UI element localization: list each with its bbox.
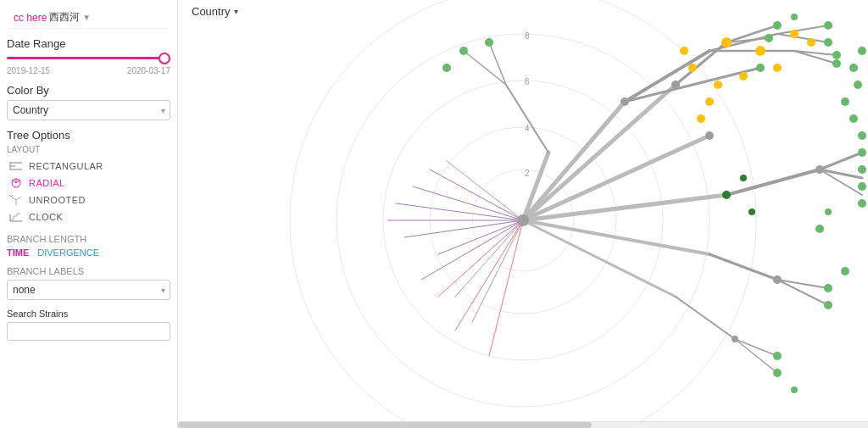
- svg-point-113: [680, 47, 688, 55]
- svg-line-56: [404, 220, 523, 237]
- tree-nodes-gray: [517, 81, 824, 342]
- layout-clock[interactable]: CLOCK: [7, 208, 170, 225]
- filter-chip[interactable]: cc here 西西河 ▼: [14, 10, 91, 25]
- svg-point-84: [849, 114, 858, 123]
- svg-point-92: [841, 267, 849, 275]
- color-by-select-wrapper: Country Region Division Age Sex ▾: [7, 100, 170, 120]
- main-panel: Country ▾ 0 2 4 6 8: [178, 0, 868, 428]
- branch-length-section: Branch Length TIME DIVERGENCE: [7, 234, 170, 258]
- svg-point-103: [815, 225, 824, 233]
- search-strains-section: Search Strains: [7, 308, 170, 341]
- date-range-section: Date Range 2019-12-15 2020-03-17: [7, 37, 170, 75]
- svg-point-111: [697, 114, 705, 123]
- svg-line-44: [777, 34, 828, 42]
- svg-point-81: [849, 64, 858, 72]
- country-chevron-icon: ▾: [234, 7, 238, 16]
- svg-point-88: [858, 182, 866, 191]
- branch-labels-section: Branch Labels none aa nt ▾: [7, 266, 170, 300]
- svg-text:2: 2: [525, 169, 530, 178]
- svg-point-83: [841, 97, 849, 106]
- svg-text:4: 4: [525, 124, 530, 133]
- svg-line-40: [625, 68, 760, 102]
- svg-point-119: [517, 214, 529, 226]
- layout-unrooted[interactable]: UNROOTED: [7, 192, 170, 208]
- sidebar: cc here 西西河 ▼ Date Range 2019-12-15 2020…: [0, 0, 178, 428]
- country-label: Country: [192, 5, 231, 18]
- color-by-select[interactable]: Country Region Division Age Sex: [7, 100, 170, 120]
- svg-point-95: [791, 386, 798, 393]
- rectangular-icon: [8, 160, 24, 172]
- branch-length-title: Branch Length: [7, 234, 170, 244]
- svg-line-55: [421, 220, 523, 280]
- svg-point-79: [832, 59, 841, 68]
- branch-labels-title: Branch Labels: [7, 266, 170, 276]
- layout-rectangular[interactable]: RECTANGULAR: [7, 158, 170, 175]
- svg-line-38: [523, 220, 676, 297]
- svg-point-94: [773, 369, 782, 377]
- svg-point-80: [858, 47, 866, 55]
- layout-label: Layout: [7, 145, 170, 154]
- branch-time-button[interactable]: TIME: [7, 247, 29, 258]
- layout-radial[interactable]: RADIAL: [7, 175, 170, 192]
- svg-point-101: [773, 21, 782, 30]
- svg-point-110: [705, 97, 714, 106]
- unrooted-icon: [8, 194, 24, 206]
- svg-text:6: 6: [525, 77, 530, 86]
- unrooted-label: UNROOTED: [29, 195, 86, 205]
- search-strains-input[interactable]: [7, 322, 170, 341]
- branch-labels-select[interactable]: none aa nt: [7, 280, 170, 300]
- tree-nodes-dark-green: [722, 175, 755, 215]
- svg-point-82: [854, 81, 862, 89]
- svg-point-98: [442, 64, 451, 72]
- svg-line-48: [820, 153, 862, 170]
- svg-point-93: [773, 352, 782, 360]
- svg-point-100: [765, 34, 773, 42]
- svg-point-76: [824, 21, 832, 30]
- rectangular-label: RECTANGULAR: [29, 161, 103, 171]
- clock-icon: [8, 211, 24, 223]
- branch-labels-select-wrapper: none aa nt ▾: [7, 280, 170, 300]
- search-strains-title: Search Strains: [7, 308, 170, 319]
- svg-line-14: [11, 195, 13, 197]
- svg-line-75: [735, 339, 777, 373]
- horizontal-scrollbar[interactable]: [178, 421, 868, 428]
- svg-point-116: [722, 191, 731, 199]
- country-header[interactable]: Country ▾: [192, 5, 238, 18]
- tree-options-title: Tree Options: [7, 129, 170, 142]
- svg-point-117: [740, 175, 747, 181]
- svg-point-121: [671, 81, 680, 89]
- svg-line-66: [489, 220, 523, 356]
- svg-line-43: [777, 25, 828, 34]
- svg-point-118: [748, 208, 755, 215]
- phylogenetic-tree[interactable]: 0 2 4 6 8: [178, 0, 868, 428]
- svg-point-115: [807, 38, 815, 47]
- svg-line-59: [413, 186, 523, 220]
- svg-point-109: [714, 81, 722, 89]
- date-start: 2019-12-15: [7, 66, 50, 75]
- chinese-label: 西西河: [49, 10, 80, 25]
- svg-point-90: [824, 284, 832, 292]
- svg-point-106: [755, 46, 765, 56]
- svg-line-70: [709, 254, 777, 280]
- date-end: 2020-03-17: [127, 66, 170, 75]
- branch-divergence-button[interactable]: DIVERGENCE: [37, 247, 99, 258]
- svg-point-99: [756, 64, 765, 72]
- svg-point-89: [858, 199, 866, 208]
- svg-text:8: 8: [525, 31, 530, 41]
- svg-line-73: [676, 297, 735, 339]
- radial-icon: [8, 177, 24, 189]
- svg-point-102: [791, 14, 798, 20]
- branch-length-buttons: TIME DIVERGENCE: [7, 247, 170, 258]
- svg-point-86: [858, 148, 866, 157]
- scrollbar-thumb[interactable]: [178, 422, 592, 428]
- svg-line-64: [438, 220, 523, 297]
- svg-line-10: [11, 197, 16, 200]
- svg-point-85: [858, 131, 866, 140]
- svg-line-62: [455, 220, 523, 297]
- svg-point-78: [832, 51, 841, 59]
- svg-point-91: [824, 301, 832, 309]
- svg-point-77: [824, 38, 832, 47]
- svg-point-96: [485, 38, 493, 47]
- date-range-slider[interactable]: [7, 57, 170, 59]
- color-by-section: Color By Country Region Division Age Sex…: [7, 84, 170, 120]
